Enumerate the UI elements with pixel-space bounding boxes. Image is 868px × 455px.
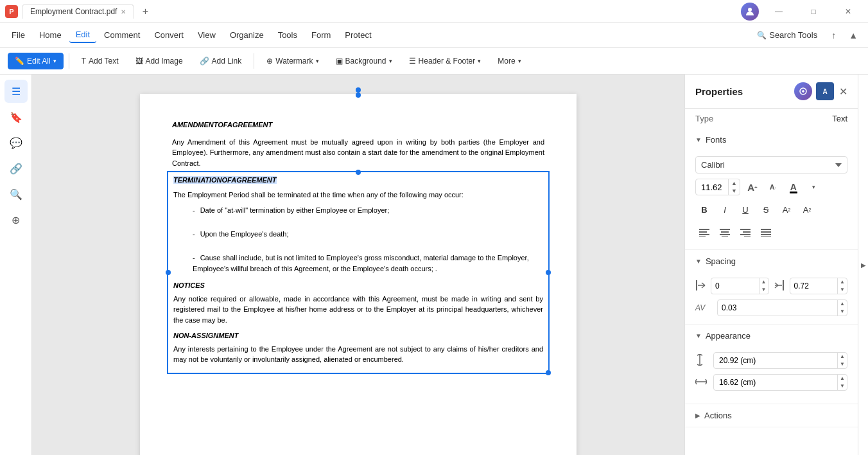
- collapse-button[interactable]: ▲: [844, 28, 863, 43]
- menu-item-home[interactable]: Home: [33, 28, 68, 42]
- align-center-btn[interactable]: [716, 224, 734, 242]
- height-input[interactable]: 20.92 (cm) ▲ ▼: [713, 352, 847, 369]
- font-color-arrow[interactable]: ▾: [806, 179, 822, 195]
- sidebar-icon-comments[interactable]: 💬: [4, 131, 28, 154]
- spacing-left-down[interactable]: ▼: [759, 286, 768, 294]
- font-size-input[interactable]: 11.62 ▲ ▼: [695, 179, 740, 195]
- height-up[interactable]: ▲: [838, 353, 847, 361]
- add-link-button[interactable]: 🔗 Add Link: [193, 53, 249, 69]
- spacing-left-value: 0: [711, 280, 759, 292]
- spacing-av-row: AV 0.03 ▲ ▼: [695, 299, 847, 316]
- spacing-av-down[interactable]: ▼: [838, 308, 847, 316]
- main-layout: ☰ 🔖 💬 🔗 🔍 ⊕ AMENDMENTOFAGREEMENT Any Ame…: [0, 75, 868, 455]
- spacing-av-up[interactable]: ▲: [838, 300, 847, 308]
- align-justify-btn[interactable]: [757, 224, 775, 242]
- fonts-collapse-icon: ▼: [695, 136, 702, 143]
- more-button[interactable]: More ▾: [490, 53, 528, 69]
- width-input[interactable]: 16.62 (cm) ▲ ▼: [713, 374, 847, 391]
- spacing-right-row: 0.72 ▲ ▼: [774, 278, 848, 294]
- menu-item-convert[interactable]: Convert: [148, 28, 190, 42]
- menu-item-edit[interactable]: Edit: [69, 27, 96, 43]
- resize-handle-left-sel[interactable]: [166, 270, 171, 275]
- font-increase-btn[interactable]: A+: [744, 179, 761, 195]
- background-arrow: ▾: [389, 58, 392, 64]
- align-right-btn[interactable]: [736, 224, 754, 242]
- ms-button[interactable]: A: [816, 82, 834, 100]
- menu-item-comment[interactable]: Comment: [98, 28, 146, 42]
- height-down[interactable]: ▼: [838, 361, 847, 368]
- menu-item-protect[interactable]: Protect: [338, 28, 378, 42]
- width-down[interactable]: ▼: [838, 382, 847, 390]
- font-size-up[interactable]: ▲: [729, 179, 740, 187]
- superscript-button[interactable]: A2: [777, 201, 795, 219]
- appearance-section-header[interactable]: ▼ Appearance: [685, 325, 858, 347]
- sidebar-icon-layers[interactable]: ⊕: [4, 208, 28, 231]
- edit-icon: ✏️: [15, 57, 24, 66]
- spacing-label: Spacing: [706, 256, 736, 266]
- more-arrow: ▾: [518, 58, 521, 64]
- background-label: Background: [345, 57, 386, 66]
- font-decrease-btn[interactable]: A-: [765, 179, 781, 195]
- add-image-button[interactable]: 🖼 Add Image: [128, 53, 190, 69]
- resize-handle-top-sel[interactable]: [356, 170, 361, 175]
- spacing-av-input[interactable]: 0.03 ▲ ▼: [717, 299, 847, 316]
- menu-item-file[interactable]: File: [5, 28, 31, 42]
- sidebar-icon-search[interactable]: 🔍: [4, 183, 28, 206]
- font-color-btn[interactable]: A: [785, 179, 802, 195]
- active-tab[interactable]: Employment Contract.pdf ✕: [22, 4, 134, 19]
- background-button[interactable]: ▣ Background ▾: [329, 53, 399, 69]
- spacing-right-down[interactable]: ▼: [838, 286, 847, 294]
- italic-button[interactable]: I: [716, 201, 734, 219]
- tab-close-btn[interactable]: ✕: [121, 8, 126, 15]
- sidebar-icon-links[interactable]: 🔗: [4, 157, 28, 180]
- fonts-section-header[interactable]: ▼ Fonts: [685, 129, 858, 151]
- right-panel: Properties A ✕ Type Text ▼ Fonts: [684, 75, 858, 455]
- new-tab-button[interactable]: +: [138, 4, 152, 19]
- header-footer-button[interactable]: ☰ Header & Footer ▾: [402, 53, 489, 69]
- bold-button[interactable]: B: [695, 201, 713, 219]
- menu-item-organize[interactable]: Organize: [223, 28, 270, 42]
- spacing-right-value: 0.72: [790, 280, 838, 292]
- width-up[interactable]: ▲: [838, 375, 847, 382]
- watermark-button[interactable]: ⊕ Watermark ▾: [259, 53, 326, 69]
- close-button[interactable]: ✕: [833, 0, 863, 23]
- subscript-button[interactable]: A2: [798, 201, 816, 219]
- resize-handle-top[interactable]: [356, 87, 361, 93]
- actions-section-header[interactable]: ▶ Actions: [685, 404, 858, 427]
- watermark-arrow: ▾: [316, 58, 319, 64]
- actions-section: ▶ Actions: [685, 404, 858, 427]
- spacing-right-input[interactable]: 0.72 ▲ ▼: [790, 278, 848, 294]
- sidebar-icon-bookmarks[interactable]: 🔖: [4, 105, 28, 129]
- panel-close-button[interactable]: ✕: [839, 85, 847, 98]
- spacing-right-arrows: ▲ ▼: [837, 278, 847, 294]
- resize-handle-bottomright-sel[interactable]: [546, 370, 551, 375]
- right-collapse-button[interactable]: ▶: [858, 75, 868, 455]
- spacing-section-header[interactable]: ▼ Spacing: [685, 250, 858, 272]
- font-size-down[interactable]: ▼: [729, 187, 740, 195]
- align-left-btn[interactable]: [695, 224, 713, 242]
- strikethrough-button[interactable]: S: [757, 201, 775, 219]
- spacing-left-up[interactable]: ▲: [759, 278, 768, 286]
- font-select[interactable]: CalibriArialTimes New Roman: [695, 156, 847, 174]
- document-area[interactable]: AMENDMENTOFAGREEMENT Any Amendment of th…: [32, 75, 684, 455]
- menu-item-tools[interactable]: Tools: [272, 28, 304, 42]
- underline-button[interactable]: U: [736, 201, 754, 219]
- spacing-right-up[interactable]: ▲: [838, 278, 847, 286]
- add-link-label: Add Link: [212, 57, 242, 66]
- minimize-button[interactable]: —: [764, 0, 794, 23]
- resize-handle-right-sel[interactable]: [546, 270, 551, 275]
- upload-button[interactable]: ↑: [826, 28, 841, 43]
- ai-button[interactable]: [794, 82, 812, 100]
- user-avatar[interactable]: [741, 3, 759, 21]
- spacing-left-input[interactable]: 0 ▲ ▼: [711, 278, 769, 294]
- fonts-section: ▼ Fonts CalibriArialTimes New Roman 11.6…: [685, 129, 858, 250]
- sidebar-icon-pages[interactable]: ☰: [4, 80, 28, 103]
- resize-handle-top2[interactable]: [356, 93, 361, 98]
- menu-item-view[interactable]: View: [191, 28, 222, 42]
- left-sidebar: ☰ 🔖 💬 🔗 🔍 ⊕: [0, 75, 32, 455]
- menu-item-form[interactable]: Form: [305, 28, 337, 42]
- search-tools-button[interactable]: 🔍 Search Tools: [751, 28, 824, 42]
- add-text-button[interactable]: T Add Text: [74, 53, 126, 69]
- edit-all-button[interactable]: ✏️ Edit All ▾: [8, 53, 64, 69]
- maximize-button[interactable]: □: [799, 0, 828, 23]
